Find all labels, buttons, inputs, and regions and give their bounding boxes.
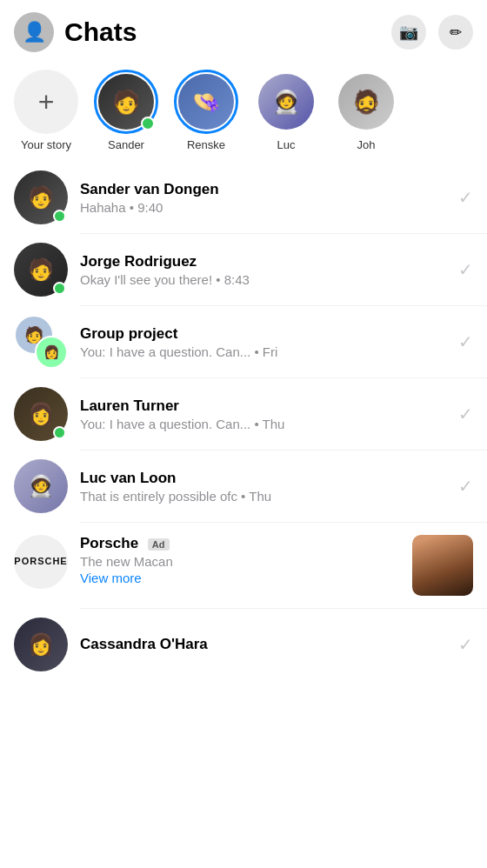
story-avatar-renske: 👒 (178, 74, 234, 130)
chat-avatar-wrap-porsche: PORSCHE (14, 535, 68, 589)
chat-avatar-wrap-jorge: 🧑 (14, 243, 68, 297)
page-title: Chats (64, 17, 391, 47)
story-avatar-joh: 🧔 (338, 74, 394, 130)
story-ring-joh: 🧔 (334, 70, 398, 134)
online-dot-lauren (53, 426, 66, 439)
ad-thumbnail (412, 535, 473, 596)
user-avatar-image: 👤 (14, 12, 54, 52)
story-ring-luc: 🧑‍🚀 (254, 70, 318, 134)
chat-item-cassandra[interactable]: 👩 Cassandra O'Hara ✓ (0, 609, 487, 680)
chat-name-group: Group project (80, 325, 446, 343)
check-icon-sander: ✓ (458, 187, 473, 208)
online-indicator-sander (141, 117, 155, 130)
online-dot-jorge (53, 282, 66, 295)
story-label-sander: Sander (108, 138, 144, 151)
add-story-label: Your story (21, 138, 71, 151)
stories-row: + Your story 🧑 Sander 👒 Renske 🧑‍🚀 (0, 61, 487, 155)
chat-info-jorge: Jorge Rodriguez Okay I'll see you there!… (80, 253, 446, 287)
check-icon-luc: ✓ (458, 476, 473, 497)
chat-item-group[interactable]: 🧑 👩 Group project You: I have a question… (0, 306, 487, 377)
chat-name-lauren: Lauren Turner (80, 397, 446, 415)
chat-avatar-wrap-lauren: 👩 (14, 387, 68, 441)
chat-name-sander: Sander van Dongen (80, 181, 446, 198)
chat-preview-lauren: You: I have a question. Can... • Thu (80, 417, 446, 431)
chat-item-luc[interactable]: 🧑‍🚀 Luc van Loon That is entirely possib… (0, 451, 487, 522)
chat-preview-group: You: I have a question. Can... • Fri (80, 344, 446, 359)
chat-avatar-wrap-cassandra: 👩 (14, 618, 68, 671)
chat-avatar-wrap-sander: 🧑 (14, 170, 68, 224)
compose-icon: ✏ (450, 23, 462, 42)
story-item-luc[interactable]: 🧑‍🚀 Luc (254, 70, 318, 151)
chat-name-cassandra: Cassandra O'Hara (80, 636, 446, 653)
chat-name-luc: Luc van Loon (80, 470, 446, 487)
online-dot-sander (53, 210, 66, 223)
story-item-joh[interactable]: 🧔 Joh (334, 70, 398, 151)
chat-name-jorge: Jorge Rodriguez (80, 253, 446, 270)
header: 👤 Chats 📷 ✏ (0, 0, 487, 61)
chat-item-porsche[interactable]: PORSCHE Porsche Ad The new Macan View mo… (0, 523, 487, 608)
chat-info-sander: Sander van Dongen Hahaha • 9:40 (80, 181, 446, 215)
story-item-sander[interactable]: 🧑 Sander (94, 70, 158, 151)
group-avatar-2: 👩 (35, 336, 68, 369)
chat-avatar-porsche: PORSCHE (14, 535, 68, 589)
porsche-logo: PORSCHE (14, 556, 67, 567)
check-icon-cassandra: ✓ (458, 634, 473, 655)
chat-avatar-luc: 🧑‍🚀 (14, 459, 68, 513)
chat-preview-luc: That is entirely possible ofc • Thu (80, 489, 446, 504)
view-more-link[interactable]: View more (80, 571, 400, 585)
plus-icon: + (38, 86, 55, 118)
add-story-button[interactable]: + (14, 70, 78, 134)
chat-avatar-wrap-group: 🧑 👩 (14, 315, 68, 369)
chat-info-luc: Luc van Loon That is entirely possible o… (80, 470, 446, 504)
story-item-renske[interactable]: 👒 Renske (174, 70, 238, 151)
story-avatar-luc: 🧑‍🚀 (258, 74, 314, 130)
chat-group-stack: 🧑 👩 (14, 315, 68, 369)
user-avatar[interactable]: 👤 (14, 12, 54, 52)
chat-avatar-wrap-luc: 🧑‍🚀 (14, 459, 68, 513)
story-label-renske: Renske (187, 138, 225, 151)
chat-info-cassandra: Cassandra O'Hara (80, 636, 446, 653)
chat-info-lauren: Lauren Turner You: I have a question. Ca… (80, 397, 446, 431)
check-icon-group: ✓ (458, 331, 473, 352)
camera-button[interactable]: 📷 (391, 15, 426, 50)
check-icon-lauren: ✓ (458, 404, 473, 424)
story-ring-renske: 👒 (174, 70, 238, 134)
ad-badge: Ad (148, 538, 170, 551)
chat-avatar-cassandra: 👩 (14, 618, 68, 671)
chat-preview-jorge: Okay I'll see you there! • 8:43 (80, 272, 446, 287)
story-ring-sander: 🧑 (94, 70, 158, 134)
chat-list: 🧑 Sander van Dongen Hahaha • 9:40 ✓ 🧑 Jo… (0, 162, 487, 680)
story-label-luc: Luc (277, 138, 296, 151)
chat-item-sander[interactable]: 🧑 Sander van Dongen Hahaha • 9:40 ✓ (0, 162, 487, 233)
check-icon-jorge: ✓ (458, 259, 473, 280)
compose-button[interactable]: ✏ (438, 15, 473, 50)
chat-info-group: Group project You: I have a question. Ca… (80, 325, 446, 359)
camera-icon: 📷 (399, 23, 418, 42)
chat-preview-sander: Hahaha • 9:40 (80, 200, 446, 215)
chat-name-porsche: Porsche Ad (80, 535, 400, 552)
chat-item-jorge[interactable]: 🧑 Jorge Rodriguez Okay I'll see you ther… (0, 234, 487, 305)
chat-item-lauren[interactable]: 👩 Lauren Turner You: I have a question. … (0, 378, 487, 450)
chat-preview-porsche: The new Macan (80, 554, 400, 569)
header-actions: 📷 ✏ (391, 15, 473, 50)
chat-info-porsche: Porsche Ad The new Macan View more (80, 535, 400, 585)
ad-thumb-image (412, 535, 473, 596)
add-story-item[interactable]: + Your story (14, 70, 78, 151)
story-label-joh: Joh (357, 138, 376, 151)
